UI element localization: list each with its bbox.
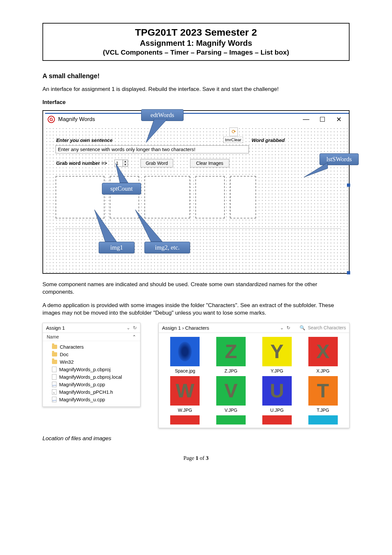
grab-word-button[interactable]: Grab Word [140,159,173,167]
para-demo-app: A demo application is provided with some… [42,302,350,317]
callout-img2-tail [135,209,164,243]
thumbnail-image: Y [262,337,292,366]
intro-paragraph: An interface for assignment 1 is display… [42,86,350,93]
thumbnail-item[interactable]: WW.JPG [164,376,206,413]
title-sub: Assignment 1: Magnify Words [50,39,342,48]
tree-item-label: MagnifyWords_u.cpp [59,397,105,402]
pane-left-header: Assign 1 ⌄ ↻ [43,323,140,333]
callout-lstswords-tail [303,163,329,179]
thumbnail-item[interactable]: YY.JPG [256,337,298,373]
file-icon [52,374,57,380]
tree-item[interactable]: MagnifyWords_u.cpp [46,396,138,403]
page-number: Page 1 of 3 [42,455,350,461]
file-icon [52,367,57,372]
thumbnail-image: X [308,337,338,366]
callout-img1-tail [94,209,120,243]
thumbnail-image: T [308,376,338,406]
tree-item-label: MagnifyWords_p.cbproj [59,367,110,372]
col-name: Name [47,334,59,339]
thumbnail-item[interactable]: VV.JPG [210,376,252,413]
tree-item[interactable]: Characters [46,343,138,351]
edt-words[interactable]: Enter any sentence with words only longe… [56,145,249,153]
tree-item-label: MagnifyWords_pPCH1.h [59,389,113,395]
timer-icon[interactable]: ⟳ [229,128,238,136]
chevron-down-icon[interactable]: ⌄ [126,325,130,330]
tree-item[interactable]: MagnifyWords_pPCH1.h [46,388,138,396]
crumb-left[interactable]: Assign 1 [46,325,124,331]
timer-label: tmrClear [223,137,243,143]
thumbnail-item[interactable] [302,415,344,425]
label-word-grabbed: Word grabbed [252,137,285,143]
thumbnail-image: Z [216,337,246,366]
thumbnail-item[interactable] [256,415,298,425]
titlebar: G Magnify Words — ☐ ✕ [45,114,349,125]
thumbnail-item[interactable]: UU.JPG [256,376,298,413]
svg-marker-4 [135,210,162,242]
tree-item[interactable]: MagnifyWords_p.cbproj.local [46,373,138,381]
search-placeholder[interactable]: Search Characters [308,325,346,330]
search-icon[interactable]: 🔍 [300,325,305,330]
thumbnail-item[interactable]: Space.jpg [164,337,206,373]
thumbnail-item[interactable] [164,415,206,425]
label-enter-sentence: Enter you own sentence [56,137,113,143]
clear-images-button[interactable]: Clear Images [190,159,229,167]
thumbnail-label: Y.JPG [271,368,284,373]
img4-slot [195,176,225,218]
chevron-down-icon[interactable]: ⌄ [280,325,284,330]
file-tree: CharactersDocWin32MagnifyWords_p.cbprojM… [43,341,140,407]
svg-marker-3 [94,210,117,242]
design-handle-right [347,183,350,187]
label-grab-number: Grab word number => [56,160,107,166]
tree-item[interactable]: Win32 [46,358,138,366]
thumbnail-image [262,415,292,425]
thumbnail-label: T.JPG [317,408,329,413]
tree-item-label: Win32 [60,359,74,365]
refresh-icon[interactable]: ↻ [133,325,137,330]
form-window: G Magnify Words — ☐ ✕ Enter you own sent… [45,113,349,273]
callout-sptcount-tail [115,163,131,184]
title-sub2: (VCL Components – Timer – Parsing – Imag… [50,48,342,56]
para-component-names: Some component names are indicated and s… [42,281,350,296]
thumbnail-label: Z.JPG [224,368,237,373]
explorer-pane-right: Assign 1 › Characters ⌄ ↻ 🔍 Search Chara… [158,323,350,428]
interface-heading: Interface [42,99,350,106]
callout-sptcount: sptCount [102,183,141,195]
tree-item[interactable]: MagnifyWords_p.cpp [46,381,138,388]
svg-marker-1 [304,163,328,177]
thumbnail-label: V.JPG [225,408,237,413]
window-buttons: — ☐ ✕ [302,115,343,123]
thumbnail-item[interactable]: XX.JPG [302,337,344,373]
design-grid: Enter you own sentence ⟳ tmrClear Word g… [45,127,349,273]
thumbnail-image [170,415,200,425]
app-icon: G [48,116,55,123]
tree-item[interactable]: MagnifyWords_p.cbproj [46,366,138,373]
tree-item-label: Doc [60,352,69,357]
section-heading: A small challenge! [42,72,350,80]
thumbnail-item[interactable]: ZZ.JPG [210,337,252,373]
cpp-file-icon [52,382,57,387]
maximize-button[interactable]: ☐ [318,115,327,123]
folder-icon [52,352,57,356]
minimize-button[interactable]: — [302,115,310,123]
img5-slot [230,176,256,218]
callout-img1: img1 [99,242,135,253]
column-header[interactable]: Name ⌃ [43,333,140,341]
crumb-right[interactable]: Assign 1 › Characters [162,325,277,331]
tree-item[interactable]: Doc [46,351,138,358]
close-button[interactable]: ✕ [335,115,343,123]
thumbnail-item[interactable] [210,415,252,425]
thumbnail-label: U.JPG [270,408,284,413]
cpp-file-icon [52,397,57,402]
thumbnail-image [216,415,246,425]
h-file-icon [52,389,57,395]
thumbnail-image: U [262,376,292,406]
sort-icon: ⌃ [132,334,136,339]
thumbnail-image: V [216,376,246,406]
thumbnail-item[interactable]: TT.JPG [302,376,344,413]
title-box: TPG201T 2023 Semester 2 Assignment 1: Ma… [42,23,350,61]
thumbnail-image [170,337,200,366]
tree-item-label: Characters [60,344,84,350]
thumbnail-label: W.JPG [178,408,192,413]
callout-edtwords-tail [144,119,174,144]
refresh-icon[interactable]: ↻ [286,325,290,330]
